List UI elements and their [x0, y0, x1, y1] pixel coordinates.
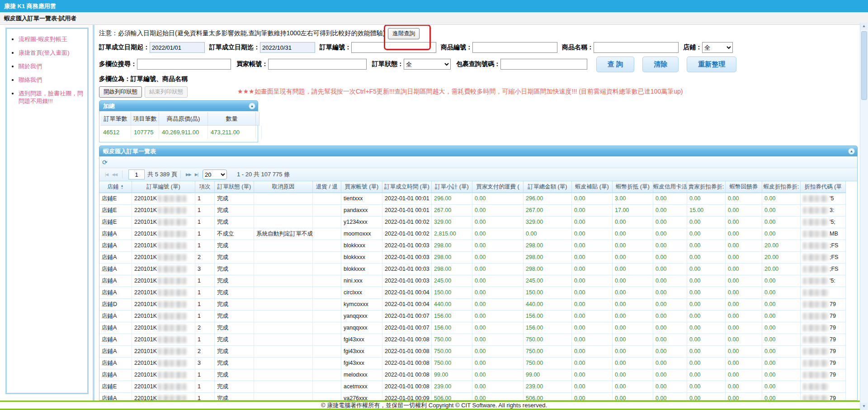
- date-to-label: 訂單成立日期迄：: [209, 43, 260, 52]
- cell-rebate: 0.00: [726, 346, 762, 358]
- sidebar-link[interactable]: 流程圖-蝦皮對帳王: [19, 36, 67, 42]
- table-row[interactable]: 店鋪D220101K1完成kymcoxxx2022-01-01 00:04440…: [99, 299, 846, 311]
- col-header-shipping[interactable]: 買家支付的運費 (: [472, 181, 524, 193]
- collapse-icon[interactable]: ▲: [848, 148, 855, 155]
- col-header-status[interactable]: 訂單狀態 (單): [215, 181, 254, 193]
- col-header-refund[interactable]: 退貨 / 退: [313, 181, 341, 193]
- col-header-shopee_coupon[interactable]: 蝦皮折扣券折:: [762, 181, 801, 193]
- censored-blur: [158, 348, 187, 355]
- print-on-button[interactable]: 開啟列印狀態: [99, 86, 142, 98]
- table-row[interactable]: 店鋪A220101K1完成blokkxxx2022-01-01 00:03298…: [99, 240, 846, 252]
- cell-seller_coupon: 0.00: [687, 217, 726, 228]
- summary-col-header: [256, 112, 259, 126]
- cell-total: 245.00: [524, 275, 572, 287]
- cell-coin: 0.00: [613, 393, 653, 400]
- order-no-input[interactable]: [351, 42, 436, 53]
- collapse-icon[interactable]: ▲: [249, 103, 255, 109]
- cell-subtotal: 506.00: [432, 393, 472, 400]
- status-select[interactable]: 全: [404, 59, 451, 70]
- package-input[interactable]: [500, 59, 587, 70]
- page-scrollbar[interactable]: ▲ ▼: [860, 23, 868, 410]
- table-row[interactable]: 店鋪A220101K2完成blokkxxx2022-01-01 00:03298…: [99, 252, 846, 264]
- clear-button[interactable]: 清除: [642, 57, 679, 72]
- cell-created: 2022-01-01 00:04: [382, 287, 432, 299]
- cell-created: 2022-01-01 00:07: [382, 322, 432, 334]
- next-page-icon[interactable]: ▶▶: [186, 172, 191, 177]
- sidebar-link[interactable]: 遇到問題，臉書社團，問問題不用錢!!!: [19, 90, 83, 104]
- table-row[interactable]: 店鋪E220101K1完成y1234xxx2022-01-01 00:02329…: [99, 217, 846, 228]
- col-header-buyer[interactable]: 買家帳號 (單): [341, 181, 382, 193]
- col-header-store[interactable]: 店鋪▲▼: [99, 181, 132, 193]
- cell-subsidy: 0.00: [572, 287, 613, 299]
- scroll-up-icon[interactable]: ▲: [860, 23, 868, 30]
- cell-refund: [313, 358, 341, 369]
- table-row[interactable]: 店鋪A220101K3完成fgi43xxx2022-01-01 00:08750…: [99, 358, 846, 369]
- cell-shipping: 0.00: [472, 287, 524, 299]
- table-row[interactable]: 店鋪A220101K1完成circlxxx2022-01-01 00:04150…: [99, 287, 846, 299]
- cell-credit: 0.00: [653, 205, 687, 217]
- table-row[interactable]: 店鋪A220101K1不成立系統自動判定訂單不成立moomoxxx2022-01…: [99, 228, 846, 240]
- col-header-subtotal[interactable]: 訂單小計 (單): [432, 181, 472, 193]
- cell-shipping: 0.00: [472, 217, 524, 228]
- cell-credit: 0.00: [653, 275, 687, 287]
- prev-page-icon[interactable]: ◀◀: [112, 172, 117, 177]
- cell-credit: 0.00: [653, 346, 687, 358]
- scrollbar-thumb[interactable]: [861, 31, 867, 100]
- product-name-input[interactable]: [594, 42, 679, 53]
- col-header-seq[interactable]: 項次: [195, 181, 215, 193]
- table-row[interactable]: 店鋪A220101K2完成yanqqxxx2022-01-01 00:07156…: [99, 322, 846, 334]
- multi-search-input[interactable]: [137, 59, 231, 70]
- col-header-coin[interactable]: 蝦幣折抵 (單): [613, 181, 653, 193]
- table-row[interactable]: 店鋪E220101K1完成tientxxx2022-01-01 00:01296…: [99, 193, 846, 205]
- search-button[interactable]: 查 詢: [596, 57, 634, 72]
- table-row[interactable]: 店鋪A220101K1完成ya276xxx2022-01-01 00:09506…: [99, 393, 846, 400]
- status-label: 訂單狀態：: [372, 60, 404, 68]
- table-row[interactable]: 店鋪A220101K1完成melodxxx2022-01-01 00:0899.…: [99, 369, 846, 381]
- cell-coin: 0.00: [613, 252, 653, 264]
- cell-buyer: blokkxxx: [341, 240, 382, 252]
- table-row[interactable]: 店鋪A220101K3完成blokkxxx2022-01-01 00:03298…: [99, 264, 846, 275]
- buyer-input[interactable]: [268, 59, 367, 70]
- table-row[interactable]: 店鋪E220101K1完成pandaxxx2022-01-01 00:01267…: [99, 205, 846, 217]
- table-row[interactable]: 店鋪A220101K1完成yanqqxxx2022-01-01 00:07156…: [99, 311, 846, 322]
- last-page-icon[interactable]: ▶|: [195, 172, 198, 177]
- page-number-input[interactable]: [128, 170, 145, 179]
- table-row[interactable]: 店鋪E220101K1完成acetmxxx2022-01-01 00:08239…: [99, 381, 846, 393]
- advanced-search-button[interactable]: 進階查詢: [388, 28, 420, 39]
- col-header-created[interactable]: 訂單成立時間 (單): [382, 181, 432, 193]
- scroll-down-icon[interactable]: ▼: [860, 403, 868, 410]
- cell-coin: 0.00: [613, 311, 653, 322]
- col-header-subsidy[interactable]: 蝦皮補貼 (單): [572, 181, 613, 193]
- sidebar-link[interactable]: 康捷首頁(登入畫面): [19, 49, 70, 56]
- col-header-seller_coupon[interactable]: 賣家折扣券折:: [687, 181, 726, 193]
- col-header-coupon_code[interactable]: 折扣券代碼 (單: [801, 181, 846, 193]
- date-to-input[interactable]: [260, 42, 315, 53]
- col-header-total[interactable]: 訂單總金額 (單): [524, 181, 572, 193]
- cell-shipping: 0.00: [472, 299, 524, 311]
- product-no-input[interactable]: [472, 42, 557, 53]
- col-header-rebate[interactable]: 蝦幣回饋券: [726, 181, 762, 193]
- reload-icon[interactable]: ⟳: [102, 159, 108, 166]
- summary-value-cell: 40,269,911.00: [159, 126, 208, 139]
- order-prefix: 220101K: [134, 313, 157, 319]
- table-row[interactable]: 店鋪A220101K2完成fgi43xxx2022-01-01 00:08750…: [99, 346, 846, 358]
- sidebar-link[interactable]: 關於我們: [19, 63, 42, 70]
- date-from-input[interactable]: [150, 42, 205, 53]
- cell-subtotal: 245.00: [432, 275, 472, 287]
- table-row[interactable]: 店鋪A220101K1完成fgi43xxx2022-01-01 00:08750…: [99, 334, 846, 346]
- col-header-order[interactable]: 訂單編號 (單): [132, 181, 195, 193]
- first-page-icon[interactable]: |◀: [105, 172, 108, 177]
- store-select[interactable]: 全: [702, 42, 733, 53]
- table-row[interactable]: 店鋪A220101K1完成nini.xxx2022-01-01 00:03245…: [99, 275, 846, 287]
- cell-credit: 0.00: [653, 287, 687, 299]
- summary-col-header: 數量: [208, 112, 256, 126]
- cell-refund: [313, 381, 341, 393]
- cell-subtotal: 239.00: [432, 381, 472, 393]
- cell-credit: 0.00: [653, 369, 687, 381]
- refresh-button[interactable]: 重新整理: [687, 57, 736, 72]
- col-header-cancel[interactable]: 取消原因: [254, 181, 313, 193]
- page-size-select[interactable]: 20: [203, 170, 227, 179]
- cell-subsidy: 0.00: [572, 193, 613, 205]
- col-header-credit[interactable]: 蝦皮信用卡活: [653, 181, 687, 193]
- sidebar-link[interactable]: 聯絡我們: [19, 76, 42, 83]
